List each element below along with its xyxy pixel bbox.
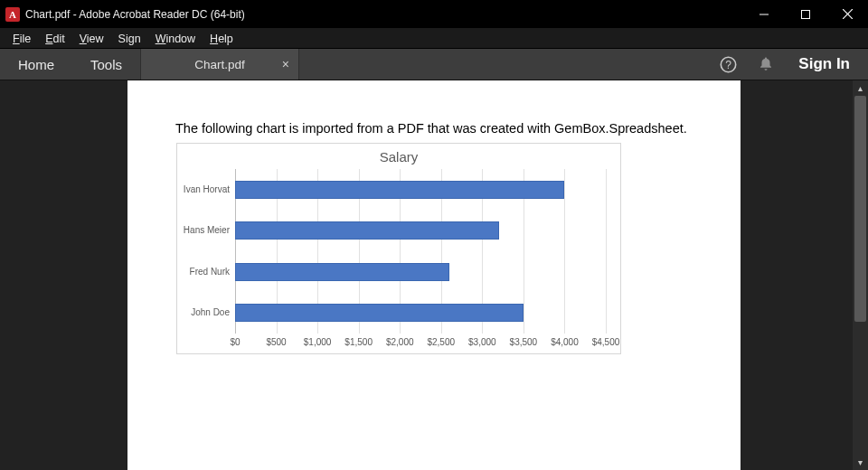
intro-text: The following chart is imported from a P…	[175, 121, 687, 136]
svg-rect-1	[802, 10, 810, 18]
menu-view[interactable]: View	[72, 28, 111, 48]
chart: Salary $0$500$1,000$1,500$2,000$2,500$3,…	[176, 143, 621, 354]
scroll-thumb[interactable]	[854, 96, 866, 322]
bar-row: Fred Nurk	[235, 263, 606, 281]
x-tick-label: $2,500	[427, 337, 455, 347]
nav-home[interactable]: Home	[0, 49, 72, 80]
document-tab-label: Chart.pdf	[194, 58, 245, 71]
bar	[235, 181, 564, 199]
x-tick-label: $2,000	[386, 337, 414, 347]
document-tab[interactable]: Chart.pdf ×	[140, 49, 299, 80]
category-label: John Doe	[191, 307, 230, 317]
bar	[235, 304, 524, 322]
close-tab-icon[interactable]: ×	[282, 57, 289, 71]
close-button[interactable]	[826, 0, 868, 28]
menu-bar: File Edit View Sign Window Help	[0, 28, 868, 49]
title-bar: A Chart.pdf - Adobe Acrobat Reader DC (6…	[0, 0, 868, 28]
x-tick-label: $4,000	[551, 337, 579, 347]
menu-window[interactable]: Window	[148, 28, 203, 48]
svg-text:?: ?	[725, 59, 731, 71]
bar-row: John Doe	[235, 304, 606, 322]
toolbar: Home Tools Chart.pdf × ? Sign In	[0, 49, 868, 80]
chart-plot-area: $0$500$1,000$1,500$2,000$2,500$3,000$3,5…	[235, 169, 606, 334]
gridline	[606, 169, 607, 334]
x-tick-label: $3,500	[510, 337, 538, 347]
maximize-button[interactable]	[785, 0, 826, 28]
vertical-scrollbar[interactable]: ▴ ▾	[853, 80, 868, 470]
x-tick-label: $1,000	[304, 337, 332, 347]
bell-icon[interactable]	[748, 49, 784, 80]
category-label: Hans Meier	[184, 225, 230, 235]
sign-in-button[interactable]: Sign In	[786, 55, 868, 73]
app-icon: A	[5, 7, 20, 22]
pdf-page: The following chart is imported from a P…	[127, 80, 741, 470]
menu-edit[interactable]: Edit	[38, 28, 72, 48]
x-tick-label: $0	[230, 337, 240, 347]
category-label: Fred Nurk	[190, 267, 230, 277]
scroll-up-arrow[interactable]: ▴	[853, 80, 868, 96]
scroll-down-arrow[interactable]: ▾	[853, 455, 868, 470]
nav-tools[interactable]: Tools	[72, 49, 140, 80]
content-area: The following chart is imported from a P…	[0, 80, 868, 470]
bar-row: Hans Meier	[235, 221, 606, 240]
menu-sign[interactable]: Sign	[111, 28, 148, 48]
bar-row: Ivan Horvat	[235, 181, 606, 199]
menu-help[interactable]: Help	[203, 28, 241, 48]
minimize-button[interactable]	[743, 0, 785, 28]
x-tick-label: $4,500	[592, 337, 620, 347]
chart-title: Salary	[177, 144, 620, 164]
menu-file[interactable]: File	[5, 28, 38, 48]
bar	[235, 263, 449, 281]
x-tick-label: $3,000	[468, 337, 496, 347]
bar	[235, 221, 499, 240]
x-tick-label: $1,500	[344, 337, 373, 347]
category-label: Ivan Horvat	[184, 184, 230, 194]
window-title: Chart.pdf - Adobe Acrobat Reader DC (64-…	[25, 8, 245, 21]
x-tick-label: $500	[266, 337, 286, 347]
help-icon[interactable]: ?	[710, 49, 746, 80]
